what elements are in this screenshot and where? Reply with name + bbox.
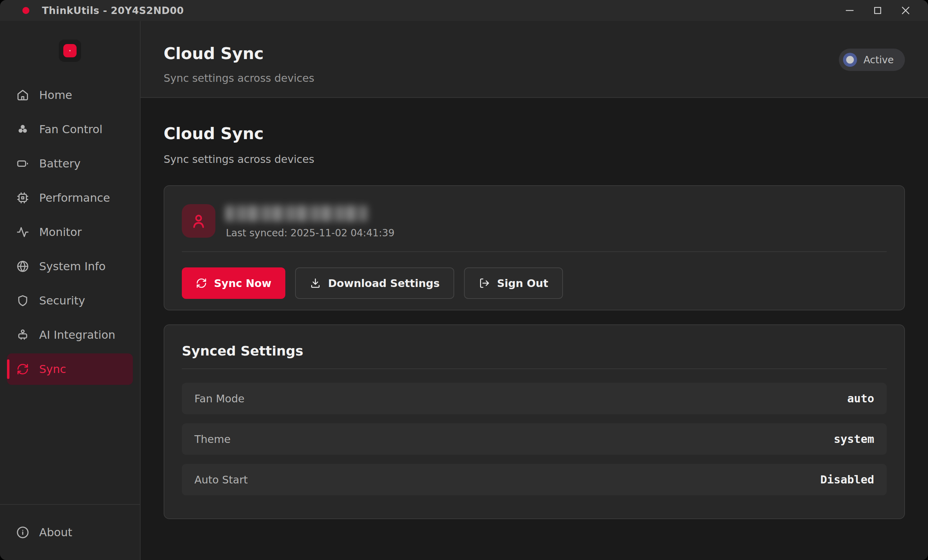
active-indicator: [7, 359, 9, 379]
maximize-button[interactable]: [864, 0, 891, 21]
home-icon: [16, 89, 29, 102]
sidebar-item-security[interactable]: Security: [7, 285, 133, 316]
divider: [182, 368, 887, 369]
sync-status-badge[interactable]: Active: [839, 49, 905, 71]
section-title: Cloud Sync: [163, 124, 905, 143]
fan-icon: [16, 123, 29, 136]
status-badge-label: Active: [863, 54, 894, 66]
info-icon: [16, 526, 29, 539]
button-label: Sync Now: [214, 277, 271, 290]
sidebar-item-sync[interactable]: Sync: [7, 353, 133, 385]
maximize-icon: [872, 5, 883, 16]
sidebar-footer: About: [0, 504, 140, 560]
sidebar-item-label: System Info: [39, 260, 105, 273]
close-button[interactable]: [891, 0, 920, 21]
download-settings-button[interactable]: Download Settings: [295, 267, 454, 299]
log-out-icon: [479, 278, 490, 289]
setting-label: Fan Mode: [194, 392, 244, 405]
status-dot-icon: [843, 53, 857, 67]
button-label: Download Settings: [328, 277, 440, 290]
setting-row-auto-start: Auto Start Disabled: [182, 464, 887, 495]
account-email-redacted: [226, 206, 368, 221]
sidebar-item-label: Sync: [39, 363, 66, 376]
sidebar-item-label: AI Integration: [39, 328, 115, 342]
sidebar-item-home[interactable]: Home: [7, 79, 133, 111]
sidebar-item-battery[interactable]: Battery: [7, 148, 133, 179]
setting-row-theme: Theme system: [182, 423, 887, 455]
app-logo: [59, 40, 81, 62]
sidebar-item-label: About: [39, 526, 72, 539]
battery-icon: [16, 157, 29, 170]
account-card: Last synced: 2025-11-02 04:41:39 Sync No…: [163, 185, 905, 310]
section-subtitle: Sync settings across devices: [163, 153, 905, 165]
setting-row-fan-mode: Fan Mode auto: [182, 383, 887, 414]
setting-value: auto: [847, 392, 874, 405]
activity-icon: [16, 226, 29, 239]
sync-icon: [196, 278, 207, 289]
sidebar-nav: Home Fan Control Battery Performance: [0, 79, 140, 385]
cpu-icon: [16, 191, 29, 204]
divider: [182, 251, 887, 252]
main-content: Cloud Sync Sync settings across devices …: [140, 99, 928, 560]
sidebar-item-monitor[interactable]: Monitor: [7, 217, 133, 248]
title-bar: ThinkUtils - 20Y4S2ND00: [0, 0, 928, 22]
synced-settings-card: Synced Settings Fan Mode auto Theme syst…: [163, 324, 905, 519]
minimize-icon: [844, 5, 855, 16]
sidebar-item-ai-integration[interactable]: AI Integration: [7, 319, 133, 351]
setting-value: system: [833, 432, 874, 446]
page-header: Cloud Sync Sync settings across devices …: [140, 21, 928, 98]
window-title: ThinkUtils - 20Y4S2ND00: [42, 5, 184, 17]
setting-label: Auto Start: [194, 474, 247, 486]
sidebar-item-label: Security: [39, 294, 85, 307]
download-icon: [310, 278, 321, 289]
page-subtitle: Sync settings across devices: [163, 72, 928, 84]
app-window: ThinkUtils - 20Y4S2ND00 Home: [0, 0, 928, 560]
last-synced-text: Last synced: 2025-11-02 04:41:39: [226, 227, 394, 239]
app-dot-icon: [22, 7, 29, 14]
page-title: Cloud Sync: [163, 44, 928, 63]
setting-value: Disabled: [820, 473, 874, 486]
sidebar-item-label: Battery: [39, 157, 81, 170]
sync-now-button[interactable]: Sync Now: [182, 267, 285, 299]
button-label: Sign Out: [497, 277, 548, 290]
globe-icon: [16, 260, 29, 273]
setting-label: Theme: [194, 433, 230, 446]
sidebar-item-label: Home: [39, 89, 72, 102]
sidebar: Home Fan Control Battery Performance: [0, 21, 140, 560]
minimize-button[interactable]: [836, 0, 864, 21]
close-icon: [900, 5, 911, 16]
shield-icon: [16, 294, 29, 307]
sidebar-item-label: Monitor: [39, 226, 82, 239]
sidebar-item-fan-control[interactable]: Fan Control: [7, 114, 133, 145]
user-icon: [189, 212, 208, 230]
sidebar-item-performance[interactable]: Performance: [7, 182, 133, 214]
sidebar-item-label: Fan Control: [39, 123, 102, 136]
avatar: [182, 204, 215, 238]
window-controls: [836, 0, 928, 21]
sidebar-item-system-info[interactable]: System Info: [7, 251, 133, 282]
sync-icon: [16, 363, 29, 376]
bot-icon: [16, 328, 29, 342]
sidebar-item-about[interactable]: About: [7, 517, 133, 548]
synced-settings-title: Synced Settings: [182, 343, 887, 359]
sign-out-button[interactable]: Sign Out: [464, 267, 563, 299]
sidebar-item-label: Performance: [39, 191, 110, 204]
